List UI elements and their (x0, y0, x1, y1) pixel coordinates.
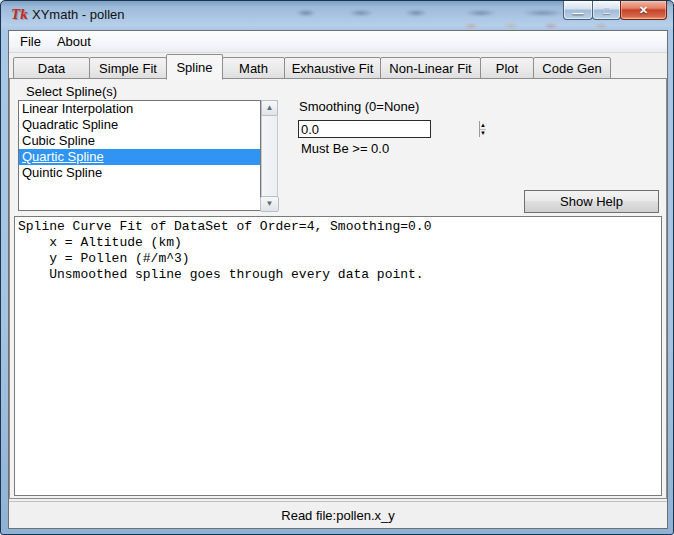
tab-exhaustive-fit[interactable]: Exhaustive Fit (284, 57, 381, 79)
smoothing-validation-label: Must Be >= 0.0 (301, 141, 389, 156)
minimize-button[interactable]: — (563, 1, 593, 20)
spin-down-icon: ▼ (480, 130, 486, 136)
listbox-scrollbar[interactable]: ▲ ▼ (261, 100, 278, 211)
tab-code-gen[interactable]: Code Gen (533, 57, 611, 79)
scrollbar-up-button[interactable]: ▲ (261, 100, 278, 116)
xymath-window: Tk XYmath - pollen — □ ✕ File About Data… (0, 0, 674, 535)
select-splines-label: Select Spline(s) (26, 84, 117, 99)
maximize-icon: □ (603, 5, 610, 16)
status-bar: Read file:pollen.x_y (9, 501, 667, 528)
tk-logo-icon: Tk (11, 6, 28, 23)
smoothing-input[interactable] (299, 121, 479, 137)
scroll-up-icon: ▲ (266, 104, 274, 112)
spline-controls: Select Spline(s) Linear Interpolation Qu… (10, 79, 666, 216)
tab-bar: Data Simple Fit Spline Math Exhaustive F… (9, 53, 667, 79)
output-line: Spline Curve Fit of DataSet of Order=4, … (18, 219, 658, 235)
output-text[interactable]: Spline Curve Fit of DataSet of Order=4, … (14, 216, 662, 496)
titlebar[interactable]: Tk XYmath - pollen — □ ✕ (1, 1, 673, 29)
tab-math[interactable]: Math (222, 57, 285, 79)
close-icon: ✕ (639, 5, 648, 16)
output-line: y = Pollen (#/m^3) (18, 251, 658, 267)
spin-up-button[interactable]: ▲ (480, 121, 486, 130)
menu-about[interactable]: About (51, 32, 97, 51)
window-title: XYmath - pollen (32, 7, 125, 22)
scrollbar-down-button[interactable]: ▼ (260, 196, 279, 212)
tab-plot[interactable]: Plot (480, 57, 534, 79)
list-item-quadratic-spline[interactable]: Quadratic Spline (19, 117, 260, 133)
scroll-down-icon: ▼ (266, 200, 274, 208)
smoothing-spinbox: ▲ ▼ (298, 120, 431, 138)
window-controls: — □ ✕ (564, 1, 667, 20)
minimize-icon: — (573, 8, 584, 19)
menu-file[interactable]: File (14, 32, 47, 51)
list-item-quartic-spline[interactable]: Quartic Spline (19, 149, 260, 165)
output-line: x = Altitude (km) (18, 235, 658, 251)
list-item-cubic-spline[interactable]: Cubic Spline (19, 133, 260, 149)
menubar: File About (9, 31, 667, 53)
client-area: File About Data Simple Fit Spline Math E… (8, 30, 668, 529)
spline-tab-panel: Select Spline(s) Linear Interpolation Qu… (9, 78, 667, 499)
maximize-button[interactable]: □ (592, 1, 621, 20)
tab-non-linear-fit[interactable]: Non-Linear Fit (380, 57, 481, 79)
tab-simple-fit[interactable]: Simple Fit (89, 57, 167, 79)
tab-spline[interactable]: Spline (166, 54, 223, 80)
list-item-linear-interpolation[interactable]: Linear Interpolation (19, 101, 260, 117)
list-item-quintic-spline[interactable]: Quintic Spline (19, 165, 260, 181)
show-help-button[interactable]: Show Help (524, 190, 659, 213)
output-line: Unsmoothed spline goes through every dat… (18, 267, 658, 283)
spline-listbox[interactable]: Linear Interpolation Quadratic Spline Cu… (18, 100, 261, 211)
smoothing-label: Smoothing (0=None) (299, 99, 419, 114)
spin-up-icon: ▲ (480, 122, 486, 128)
status-text: Read file:pollen.x_y (281, 508, 394, 523)
tab-data[interactable]: Data (13, 57, 90, 79)
spinbox-arrows: ▲ ▼ (479, 121, 486, 137)
close-button[interactable]: ✕ (620, 1, 667, 20)
spin-down-button[interactable]: ▼ (480, 130, 486, 138)
